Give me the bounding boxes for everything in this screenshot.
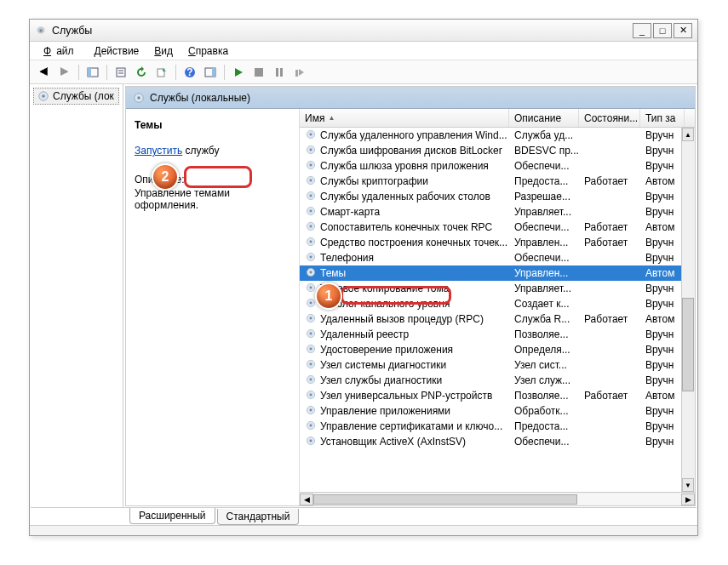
column-type[interactable]: Тип за: [640, 109, 685, 127]
gear-icon: [305, 205, 317, 220]
pause-service-button[interactable]: [270, 63, 289, 82]
titlebar[interactable]: Службы _ □ ✕: [30, 20, 697, 42]
service-row[interactable]: Установщик ActiveX (AxInstSV)Обеспечи...…: [300, 434, 695, 449]
service-row[interactable]: Теневое копирование томаУправляет...Вруч…: [300, 281, 695, 296]
properties-button[interactable]: [112, 63, 130, 82]
svg-point-60: [310, 439, 312, 442]
service-row[interactable]: Тополог канального уровняСоздает к...Вру…: [300, 296, 695, 311]
service-row[interactable]: Служба шифрования дисков BitLockerBDESVC…: [300, 143, 695, 158]
svg-point-44: [310, 317, 312, 319]
forward-button[interactable]: ⯈: [55, 63, 74, 82]
column-name[interactable]: Имя ▲: [300, 109, 509, 127]
menu-view[interactable]: Вид: [149, 43, 178, 59]
gear-icon: [305, 435, 317, 449]
start-service-link[interactable]: Запустить: [135, 145, 182, 157]
tab-extended[interactable]: Расширенный: [129, 508, 215, 524]
vertical-scrollbar[interactable]: ▲ ▼: [681, 128, 695, 492]
menubar: Файл Действие Вид Справка: [30, 42, 697, 60]
help-button[interactable]: ?: [181, 63, 199, 82]
service-row[interactable]: Удаленный вызов процедур (RPC)Служба R..…: [300, 311, 695, 327]
gear-icon: [305, 190, 317, 204]
gear-icon: [305, 236, 317, 250]
horizontal-scroll-thumb[interactable]: [313, 494, 577, 505]
menu-file[interactable]: Файл: [38, 43, 84, 59]
svg-rect-14: [295, 70, 298, 77]
column-description[interactable]: Описание: [509, 109, 579, 127]
gear-icon: [305, 419, 317, 434]
gear-icon: [305, 343, 317, 357]
svg-rect-13: [280, 68, 283, 77]
service-row[interactable]: Узел службы диагностикиУзел служ...Вручн: [300, 373, 695, 388]
tab-standard[interactable]: Стандартный: [217, 509, 300, 525]
scroll-down-button[interactable]: ▼: [682, 478, 694, 492]
service-row[interactable]: Сопоставитель конечных точек RPCОбеспечи…: [300, 220, 695, 235]
service-row[interactable]: Удаленный реестрПозволяе...Вручн: [300, 327, 695, 342]
scroll-right-button[interactable]: ▶: [681, 494, 695, 505]
start-service-button[interactable]: [229, 63, 248, 82]
service-row[interactable]: ТемыУправлен...Автом: [300, 265, 695, 281]
scroll-up-button[interactable]: ▲: [682, 128, 694, 141]
selected-service-name: Темы: [135, 119, 290, 131]
svg-rect-12: [276, 68, 278, 77]
svg-point-54: [310, 393, 312, 396]
svg-point-34: [310, 240, 312, 243]
service-row[interactable]: ТелефонияОбеспечи...Вручн: [300, 250, 695, 265]
gear-icon: [305, 374, 317, 388]
service-row[interactable]: Удостоверение приложенияОпределя...Вручн: [300, 342, 695, 357]
scroll-left-button[interactable]: ◀: [300, 494, 313, 505]
service-row[interactable]: Управление приложениямиОбработк...Вручн: [300, 403, 695, 419]
menu-help[interactable]: Справка: [183, 43, 233, 59]
svg-point-58: [310, 424, 312, 426]
service-row[interactable]: Службы удаленных рабочих столовРазрешае.…: [300, 189, 695, 204]
menu-action[interactable]: Действие: [89, 43, 145, 59]
statusbar: [30, 525, 697, 535]
svg-point-42: [310, 301, 312, 304]
svg-point-32: [310, 225, 312, 227]
service-row[interactable]: Смарт-картаУправляет...Вручн: [300, 204, 695, 220]
list-body[interactable]: Служба удаленного управления Wind...Служ…: [300, 128, 695, 492]
horizontal-scrollbar[interactable]: ◀ ▶: [300, 492, 695, 505]
refresh-button[interactable]: [132, 63, 151, 82]
service-row[interactable]: Управление сертификатами и ключо...Предо…: [300, 419, 695, 434]
svg-point-18: [137, 96, 140, 100]
svg-point-48: [310, 347, 312, 350]
services-window: Службы _ □ ✕ Файл Действие Вид Справка ⯇…: [29, 19, 698, 536]
gear-icon: [305, 128, 317, 143]
service-row[interactable]: Службы криптографииПредоста...РаботаетАв…: [300, 174, 695, 189]
toolbar: ⯇ ⯈ ?: [30, 60, 697, 84]
gear-icon: [305, 220, 317, 235]
list-header: Имя ▲ Описание Состояни... Тип за: [300, 109, 695, 128]
svg-point-22: [310, 148, 312, 151]
show-hide-tree-button[interactable]: [83, 63, 102, 82]
vertical-scroll-thumb[interactable]: [682, 298, 694, 391]
svg-point-38: [310, 271, 312, 273]
service-row[interactable]: Служба шлюза уровня приложенияОбеспечи..…: [300, 158, 695, 174]
service-row[interactable]: Узел универсальных PNP-устройствПозволяе…: [300, 388, 695, 403]
svg-point-24: [310, 163, 312, 166]
column-state[interactable]: Состояни...: [579, 109, 640, 127]
back-button[interactable]: ⯇: [35, 63, 54, 82]
tree-pane: Службы (лок: [30, 84, 123, 508]
description-text: Управление темами оформления.: [135, 187, 290, 211]
list-pane: Имя ▲ Описание Состояни... Тип за Служба…: [300, 109, 695, 505]
export-button[interactable]: [152, 63, 171, 82]
service-row[interactable]: Узел системы диагностикиУзел сист...Вруч…: [300, 357, 695, 373]
gear-icon: [305, 144, 317, 158]
maximize-button[interactable]: □: [653, 23, 672, 38]
minimize-button[interactable]: _: [633, 23, 651, 38]
service-action-line: Запустить службу: [135, 145, 290, 157]
tree-item-services-local[interactable]: Службы (лок: [33, 88, 119, 105]
close-button[interactable]: ✕: [674, 23, 692, 38]
svg-rect-11: [255, 68, 263, 77]
service-row[interactable]: Средство построения конечных точек...Упр…: [300, 235, 695, 250]
service-row[interactable]: Служба удаленного управления Wind...Служ…: [300, 128, 695, 143]
window-title: Службы: [52, 25, 633, 37]
annotation-callout-2: 2: [152, 163, 179, 191]
stop-service-button[interactable]: [249, 63, 268, 82]
svg-rect-3: [117, 68, 125, 77]
svg-point-26: [310, 179, 312, 181]
gear-icon: [305, 389, 317, 403]
restart-service-button[interactable]: [290, 63, 309, 82]
show-hide-action-button[interactable]: [201, 63, 220, 82]
svg-point-52: [310, 378, 312, 380]
